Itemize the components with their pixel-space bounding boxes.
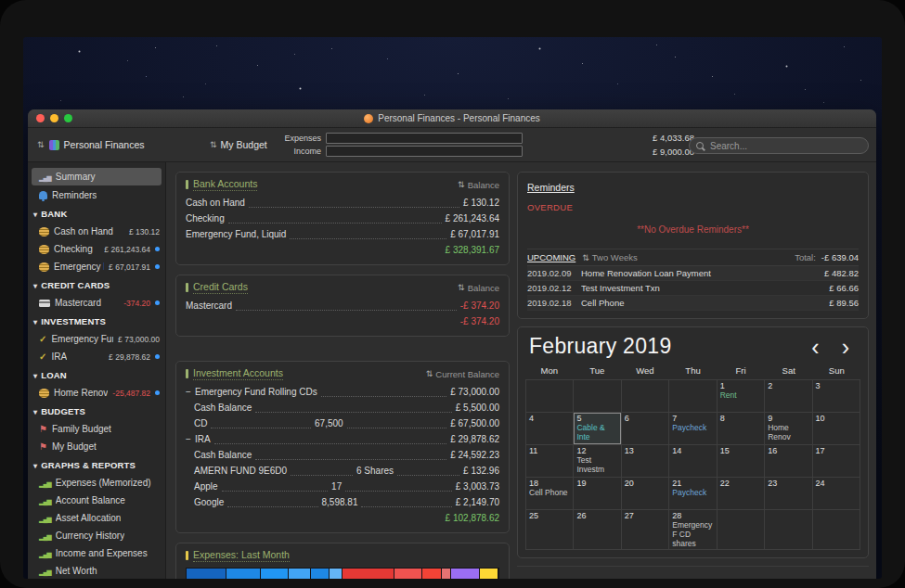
calendar-cell[interactable]: 13: [622, 445, 668, 477]
account-row[interactable]: Mastercard -£ 374.20: [186, 298, 499, 313]
calendar-cell[interactable]: 28Emergency F CD shares: [669, 510, 716, 549]
sidebar-item-currency-history[interactable]: Currency History: [28, 527, 165, 544]
calendar-cell[interactable]: 16: [765, 445, 811, 477]
calendar-cell[interactable]: 3: [813, 380, 860, 412]
calendar-cell[interactable]: 1Rent: [718, 380, 764, 412]
calendar-cell[interactable]: [526, 380, 573, 412]
sidebar-item-my-budget[interactable]: My Budget: [28, 438, 165, 455]
calendar-cell[interactable]: [669, 380, 716, 412]
holding-row[interactable]: AMERN FUND 9E6D0 6 Shares £ 132.96: [186, 463, 499, 479]
calendar-cell[interactable]: 25: [526, 510, 573, 549]
budget-selector[interactable]: My Budget: [210, 128, 267, 161]
sidebar-item-mastercard[interactable]: Mastercard -374.20: [28, 294, 165, 312]
calendar-cell[interactable]: [622, 380, 668, 412]
sidebar-item-label: Home Renovati...: [54, 388, 108, 398]
sidebar-item-emergency-fund[interactable]: Emergency Fun... £ 67,017.91: [28, 258, 165, 275]
file-selector[interactable]: Personal Finances: [37, 128, 145, 161]
holding-row[interactable]: Google 8,598.81 £ 2,149.70: [186, 494, 499, 510]
calendar-cell[interactable]: 4: [526, 413, 573, 444]
panel-header: Bank Accounts Balance: [186, 178, 499, 191]
account-row[interactable]: Emergency Fund, Liquid £ 67,017.91: [186, 226, 499, 242]
calendar-cell[interactable]: 19: [574, 478, 620, 509]
calendar-cell[interactable]: [718, 510, 764, 549]
sort-by-balance[interactable]: Balance: [458, 283, 499, 293]
calendar-cell[interactable]: 22: [718, 478, 764, 509]
sidebar-item-reminders[interactable]: Reminders: [28, 186, 165, 204]
account-row[interactable]: − Emergency Fund Rolling CDs £ 73,000.00: [186, 384, 499, 400]
reminders-link[interactable]: Reminders: [527, 182, 575, 193]
sidebar-section-loan[interactable]: LOAN: [28, 365, 165, 384]
sidebar-item-net-worth[interactable]: Net Worth: [28, 562, 165, 579]
upcoming-link[interactable]: UPCOMING: [527, 252, 575, 262]
window-title-text: Personal Finances - Personal Finances: [378, 113, 540, 123]
reminder-row[interactable]: 2019.02.09 Home Renovation Loan Payment …: [527, 266, 859, 281]
holding-row[interactable]: CD 67,500 £ 67,500.00: [186, 415, 499, 431]
calendar-cell[interactable]: [574, 380, 620, 412]
calendar-cell[interactable]: 7Paycheck: [669, 413, 716, 444]
sidebar-item-expenses-memorized[interactable]: Expenses (Memorized): [28, 474, 165, 492]
sidebar-item-asset-allocation[interactable]: Asset Allocation: [28, 509, 165, 527]
account-row[interactable]: − IRA £ 29,878.62: [186, 431, 499, 447]
sort-by-balance[interactable]: Balance: [458, 180, 499, 190]
sidebar-item-label: Family Budget: [52, 424, 111, 434]
sidebar-section-bank[interactable]: BANK: [28, 204, 165, 223]
calendar-cell[interactable]: 6: [622, 413, 668, 444]
sidebar-item-home-renovation[interactable]: Home Renovati... -25,487.82: [28, 384, 165, 402]
sidebar-item-account-balance[interactable]: Account Balance: [28, 492, 165, 509]
minimize-button[interactable]: [50, 114, 58, 122]
sidebar-item-summary[interactable]: Summary: [32, 168, 162, 185]
sidebar-item-ira[interactable]: IRA £ 29,878.62: [28, 348, 165, 365]
sidebar-section-credit-cards[interactable]: CREDIT CARDS: [28, 275, 165, 294]
calendar-cell[interactable]: 9Home Renov: [765, 413, 811, 444]
reminder-row[interactable]: 2019.02.12 Test Investment Txn £ 66.66: [527, 281, 859, 296]
calendar-cell[interactable]: 24: [813, 478, 860, 509]
calendar-prev-button[interactable]: ‹: [811, 338, 819, 356]
reminder-row[interactable]: 2019.02.18 Cell Phone £ 89.56: [527, 296, 859, 311]
holding-row[interactable]: Cash Balance £ 5,500.00: [186, 400, 499, 415]
zoom-button[interactable]: [64, 114, 72, 122]
sidebar-item-value: £ 67,017.91: [109, 262, 150, 272]
calendar-cell[interactable]: 27: [622, 510, 668, 549]
calendar-cell-selected[interactable]: 5Cable & Inte: [574, 413, 620, 444]
calendar-cell[interactable]: 2: [765, 380, 811, 412]
calendar-cell[interactable]: [813, 510, 860, 549]
expenses-bar: [186, 568, 499, 579]
calendar-cell[interactable]: 26: [574, 510, 620, 549]
sidebar-item-family-budget[interactable]: Family Budget: [28, 420, 165, 438]
account-row[interactable]: Cash on Hand £ 130.12: [186, 195, 499, 211]
calendar-cell[interactable]: 17: [813, 445, 860, 477]
calendar-cell[interactable]: [765, 510, 811, 549]
panel-title[interactable]: Bank Accounts: [193, 178, 257, 191]
collapse-toggle[interactable]: −: [186, 434, 195, 444]
calendar-cell[interactable]: 8: [718, 413, 764, 444]
close-button[interactable]: [36, 114, 45, 122]
search-box[interactable]: [689, 137, 869, 154]
panel-title[interactable]: Expenses: Last Month: [193, 549, 290, 562]
calendar-cell[interactable]: 20: [622, 478, 668, 509]
search-input[interactable]: [708, 140, 861, 152]
sidebar-item-cash-on-hand[interactable]: Cash on Hand £ 130.12: [28, 223, 165, 240]
holding-row[interactable]: Cash Balance £ 24,592.23: [186, 447, 499, 463]
calendar-cell[interactable]: 15: [718, 445, 764, 477]
panel-title[interactable]: Investment Accounts: [193, 367, 283, 380]
sidebar-item-income-and-expenses[interactable]: Income and Expenses: [28, 544, 165, 562]
calendar-cell[interactable]: 10: [813, 413, 860, 444]
collapse-toggle[interactable]: −: [186, 387, 195, 397]
calendar-cell[interactable]: 14: [669, 445, 716, 477]
sidebar-section-investments[interactable]: INVESTMENTS: [28, 312, 165, 330]
sidebar-item-checking[interactable]: Checking £ 261,243.64: [28, 240, 165, 258]
calendar-next-button[interactable]: ›: [842, 338, 849, 356]
calendar-cell[interactable]: 11: [526, 445, 573, 477]
sidebar-section-graphs-reports[interactable]: GRAPHS & REPORTS: [28, 455, 165, 474]
range-selector[interactable]: Two Weeks: [582, 252, 637, 262]
calendar-cell[interactable]: 21Paycheck: [669, 478, 716, 509]
sidebar-item-emergency-fund-invest[interactable]: Emergency Fun... £ 73,000.00: [28, 330, 165, 348]
holding-row[interactable]: Apple 17 £ 3,003.73: [186, 479, 499, 494]
account-row[interactable]: Checking £ 261,243.64: [186, 211, 499, 226]
sidebar-section-budgets[interactable]: BUDGETS: [28, 402, 165, 420]
calendar-cell[interactable]: 18Cell Phone: [526, 478, 573, 509]
sort-by-current-balance[interactable]: Current Balance: [426, 369, 499, 379]
panel-title[interactable]: Credit Cards: [193, 281, 248, 294]
calendar-cell[interactable]: 23: [765, 478, 811, 509]
calendar-cell[interactable]: 12Test Investm: [574, 445, 620, 477]
